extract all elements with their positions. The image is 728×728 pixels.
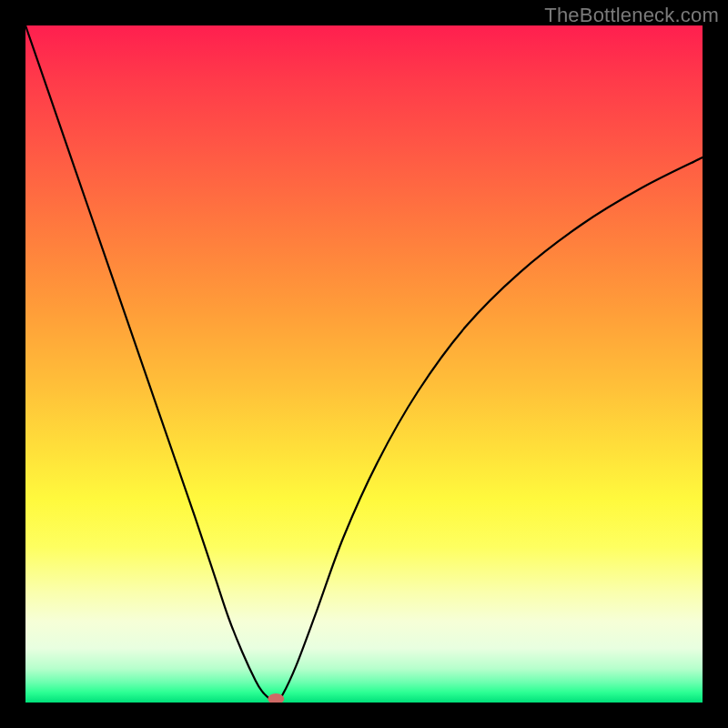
curve-svg — [25, 25, 703, 703]
watermark-text: TheBottleneck.com — [544, 4, 719, 27]
chart-frame: TheBottleneck.com — [0, 0, 728, 728]
bottleneck-curve — [25, 25, 703, 703]
plot-area — [25, 25, 703, 703]
